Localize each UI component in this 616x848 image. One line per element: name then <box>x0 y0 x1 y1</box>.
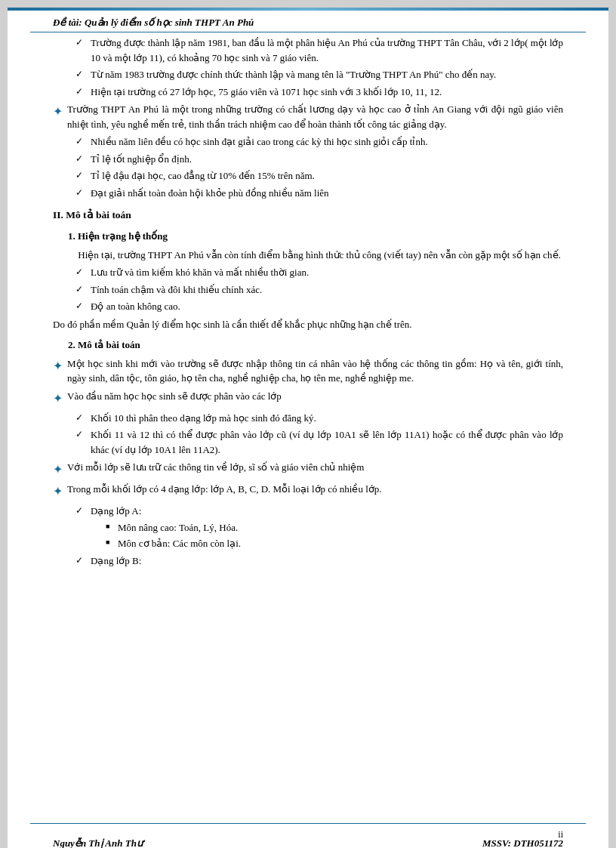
type-b-item: Dạng lớp B: <box>75 554 563 569</box>
section2-heading: II. Mô tả bài toán <box>53 208 563 223</box>
sub-bullet-3: Tỉ lệ đậu đại học, cao đẳng từ 10% đến 1… <box>75 168 563 183</box>
star-bullet-4: ✦ Với mỗi lớp sẽ lưu trữ các thông tin v… <box>53 460 563 479</box>
main-content: Trường được thành lập năm 1981, ban đầu … <box>8 32 608 574</box>
khoi11-12: Khối 11 và 12 thì có thể được phân vào l… <box>75 427 563 457</box>
star-icon-2: ✦ <box>53 357 63 375</box>
bullet-3: Hiện tại trường có 27 lớp học, 75 giáo v… <box>75 85 563 100</box>
sub1-bullets: Lưu trữ và tìm kiếm khó khăn và mất nhiề… <box>75 265 563 314</box>
footer: Nguyễn Thị Anh Thư MSSV: DTH051172 <box>53 837 563 848</box>
sub1-paragraph: Hiện tại, trường THPT An Phú vẫn còn tín… <box>53 248 563 263</box>
bullet-2: Từ năm 1983 trường được chính thức thành… <box>75 67 563 82</box>
bottom-rule-container <box>30 823 586 824</box>
sub1-conclusion: Do đó phần mềm Quản lý điểm học sinh là … <box>53 317 563 332</box>
page: Đề tài: Quản lý điểm số học sinh THPT An… <box>8 8 608 848</box>
star-text-2: Một học sinh khi mới vào trường sẽ được … <box>67 356 563 386</box>
hanche-3: Độ an toàn không cao. <box>75 299 563 314</box>
khoi10: Khối 10 thì phân theo dạng lớp mà học si… <box>75 411 563 426</box>
hanche-1: Lưu trữ và tìm kiếm khó khăn và mất nhiề… <box>75 265 563 280</box>
star-text-1: Trường THPT An Phú là một trong những tr… <box>67 102 563 131</box>
mon-co-ban: Môn cơ bản: Các môn còn lại. <box>106 536 563 551</box>
footer-author: Nguyễn Thị Anh Thư <box>53 837 143 848</box>
mon-nang-cao: Môn nâng cao: Toán, Lý, Hóa. <box>106 520 563 535</box>
star-icon-3: ✦ <box>53 390 63 408</box>
star-icon-4: ✦ <box>53 461 63 479</box>
star-bullet-2: ✦ Một học sinh khi mới vào trường sẽ đượ… <box>53 356 563 386</box>
star-icon-1: ✦ <box>53 103 63 121</box>
star-text-3: Vào đầu năm học học sinh sẽ được phân và… <box>67 389 563 404</box>
star-icon-5: ✦ <box>53 483 63 501</box>
type-a-sub-list: Môn nâng cao: Toán, Lý, Hóa. Môn cơ bản:… <box>106 520 563 551</box>
document-title: Đề tài: Quản lý điểm số học sinh THPT An… <box>53 17 254 28</box>
section1-bullets: Trường được thành lập năm 1981, ban đầu … <box>75 35 563 99</box>
star-text-4: Với mỗi lớp sẽ lưu trữ các thông tin về … <box>67 460 563 475</box>
footer-mssv: MSSV: DTH051172 <box>482 837 563 848</box>
hanche-2: Tính toán chậm và đôi khi thiếu chính xá… <box>75 282 563 298</box>
sub2-heading: 2. Mô tả bài toán <box>68 338 563 353</box>
star-bullet-1: ✦ Trường THPT An Phú là một trong những … <box>53 102 563 131</box>
type-a-item: Dạng lớp A: Môn nâng cao: Toán, Lý, Hóa.… <box>75 504 563 551</box>
star-bullet-5: ✦ Trong mỗi khối lớp có 4 dạng lớp: lớp … <box>53 482 563 501</box>
star-text-5: Trong mỗi khối lớp có 4 dạng lớp: lớp A,… <box>67 482 563 497</box>
star-bullet-3: ✦ Vào đầu năm học học sinh sẽ được phân … <box>53 389 563 408</box>
header: Đề tài: Quản lý điểm số học sinh THPT An… <box>8 11 608 32</box>
sub1-heading: 1. Hiện trạng hệ thống <box>68 229 563 244</box>
sub-bullet-2: Tỉ lệ tốt nghiệp ổn định. <box>75 152 563 167</box>
section1-sub-bullets: Nhiều năm liên đều có học sinh đạt giải … <box>75 134 563 200</box>
star2-bullets: Khối 10 thì phân theo dạng lớp mà học si… <box>75 411 563 458</box>
bottom-rule <box>30 823 586 824</box>
sub-bullet-4: Đạt giải nhất toàn đoàn hội khỏe phù đồn… <box>75 186 563 201</box>
sub-bullet-1: Nhiều năm liên đều có học sinh đạt giải … <box>75 134 563 150</box>
bullet-1: Trường được thành lập năm 1981, ban đầu … <box>75 35 563 65</box>
type-a-list: Dạng lớp A: Môn nâng cao: Toán, Lý, Hóa.… <box>75 504 563 568</box>
